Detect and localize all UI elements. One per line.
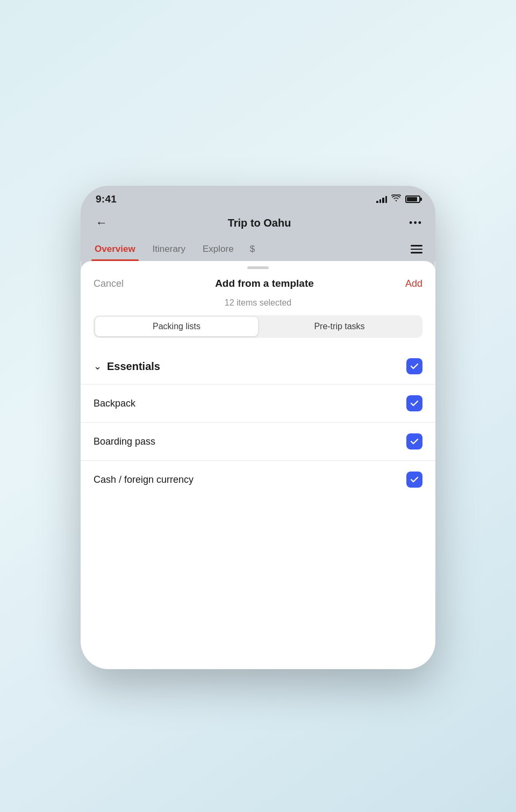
status-bar: 9:41 <box>81 186 435 209</box>
cash-checkbox[interactable] <box>406 472 422 488</box>
tabs-row: Overview Itinerary Explore $ <box>81 238 435 261</box>
essentials-section-header: ⌄ Essentials <box>81 349 435 384</box>
status-time: 9:41 <box>96 193 117 205</box>
item-backpack: Backpack <box>94 398 135 409</box>
segment-control: Packing lists Pre-trip tasks <box>94 315 422 338</box>
list-item: Boarding pass <box>81 422 435 460</box>
tab-explore[interactable]: Explore <box>199 238 237 261</box>
item-cash: Cash / foreign currency <box>94 474 194 485</box>
page-title: Trip to Oahu <box>228 217 291 229</box>
phone-frame: 9:41 ← Trip to Oahu <box>81 186 435 669</box>
item-boarding-pass: Boarding pass <box>94 436 155 447</box>
signal-icon <box>376 195 387 203</box>
wifi-icon <box>391 194 401 204</box>
list-item: Backpack <box>81 384 435 422</box>
segment-packing-lists[interactable]: Packing lists <box>95 317 258 336</box>
hamburger-menu[interactable] <box>408 240 425 260</box>
sheet-title: Add from a template <box>215 278 314 289</box>
list-item: Cash / foreign currency <box>81 460 435 498</box>
tab-dollar[interactable]: $ <box>248 238 257 261</box>
segment-pretrip-tasks[interactable]: Pre-trip tasks <box>258 317 421 336</box>
sheet-header: Cancel Add from a template Add <box>81 269 435 296</box>
nav-bar: ← Trip to Oahu ••• <box>81 209 435 238</box>
essentials-title: Essentials <box>107 360 160 373</box>
chevron-down-icon[interactable]: ⌄ <box>94 360 102 372</box>
backpack-checkbox[interactable] <box>406 395 422 411</box>
add-button[interactable]: Add <box>405 278 422 289</box>
tab-overview[interactable]: Overview <box>91 238 139 261</box>
selected-count: 12 items selected <box>81 296 435 315</box>
essentials-checkbox[interactable] <box>406 358 422 374</box>
bottom-sheet: Cancel Add from a template Add 12 items … <box>81 261 435 669</box>
back-button[interactable]: ← <box>94 214 110 232</box>
boarding-pass-checkbox[interactable] <box>406 433 422 450</box>
more-button[interactable]: ••• <box>409 218 422 229</box>
tab-itinerary[interactable]: Itinerary <box>149 238 189 261</box>
cancel-button[interactable]: Cancel <box>94 278 124 289</box>
status-icons <box>376 194 420 204</box>
battery-icon <box>405 195 420 203</box>
battery-fill <box>407 197 417 201</box>
